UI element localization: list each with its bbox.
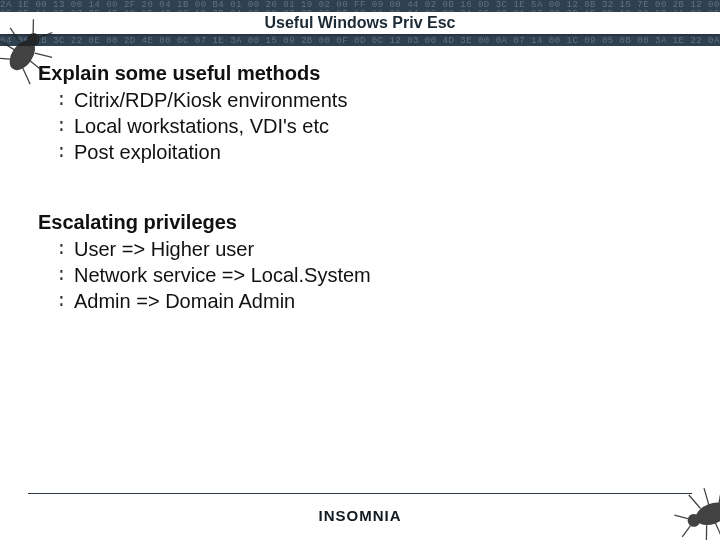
item-text: Citrix/RDP/Kiosk environments [74,87,347,113]
list-item: :Citrix/RDP/Kiosk environments [56,87,678,113]
bullet-icon: : [56,236,74,262]
slide-title: Useful Windows Priv Esc [264,14,455,32]
bullet-icon: : [56,87,74,113]
svg-line-5 [35,48,52,63]
bullet-icon: : [56,262,74,288]
svg-line-12 [680,526,693,537]
svg-line-6 [0,40,15,51]
svg-line-9 [18,68,36,84]
section-heading: Escalating privileges [38,211,678,234]
slide-title-bar: Useful Windows Priv Esc [0,12,720,34]
slide-body: Explain some useful methods :Citrix/RDP/… [38,62,678,314]
svg-line-3 [39,28,52,42]
list-item: :Admin => Domain Admin [56,288,678,314]
svg-line-19 [714,486,720,503]
svg-line-14 [701,525,713,540]
item-text: Local workstations, VDI's etc [74,113,329,139]
section-heading: Explain some useful methods [38,62,678,85]
item-text: User => Higher user [74,236,254,262]
svg-line-2 [27,19,40,33]
footer-divider [28,493,692,494]
svg-line-4 [6,28,23,43]
bullet-icon: : [56,113,74,139]
list-item: :Network service => Local.System [56,262,678,288]
footer-brand: INSOMNIA [0,507,720,524]
list-item: :User => Higher user [56,236,678,262]
bullet-icon: : [56,139,74,165]
list-item: :Local workstations, VDI's etc [56,113,678,139]
svg-line-16 [715,522,720,539]
bullet-icon: : [56,288,74,314]
item-text: Network service => Local.System [74,262,371,288]
item-text: Post exploitation [74,139,221,165]
svg-line-8 [0,50,10,66]
list-item: :Post exploitation [56,139,678,165]
item-text: Admin => Domain Admin [74,288,295,314]
svg-line-17 [703,488,710,505]
